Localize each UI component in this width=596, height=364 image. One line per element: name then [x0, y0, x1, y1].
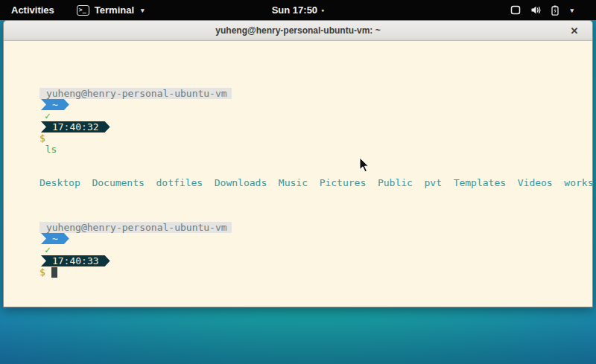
prompt-path-segment: ~	[41, 99, 69, 110]
gnome-top-bar: Activities >_ Terminal ▾ Sun 17:50 ●	[0, 0, 596, 20]
app-menu-label: Terminal	[95, 4, 134, 16]
chevron-down-icon: ▾	[141, 7, 145, 14]
directory-name: pvt	[425, 177, 442, 188]
prompt-user-segment: yuheng@henry-personal-ubuntu-vm	[39, 222, 232, 233]
battery-charging-icon[interactable]	[551, 5, 559, 16]
window-titlebar[interactable]: yuheng@henry-personal-ubuntu-vm: ~ ✕	[4, 21, 592, 41]
directory-name: Music	[279, 177, 308, 188]
directory-name: Downloads	[215, 177, 267, 188]
typed-command: ls	[45, 144, 57, 155]
clock-label: Sun 17:50	[272, 4, 317, 16]
directory-name: Videos	[518, 177, 553, 188]
prompt-user-segment: yuheng@henry-personal-ubuntu-vm	[39, 88, 232, 99]
ls-output-line: DesktopDocumentsdotfilesDownloadsMusicPi…	[4, 166, 592, 177]
screen-icon[interactable]	[510, 5, 521, 15]
directory-name: Documents	[92, 177, 144, 188]
terminal-icon: >_	[77, 5, 89, 16]
app-menu-terminal[interactable]: >_ Terminal ▾	[77, 4, 145, 16]
prompt-line-2: yuheng@henry-personal-ubuntu-vm ~ ✓ 17:4…	[4, 211, 592, 222]
prompt-line-1: yuheng@henry-personal-ubuntu-vm ~ ✓ 17:4…	[4, 77, 592, 88]
notification-dot-icon: ●	[321, 7, 324, 13]
directory-name: dotfiles	[156, 177, 203, 188]
terminal-window: yuheng@henry-personal-ubuntu-vm: ~ ✕ yuh…	[3, 20, 593, 307]
directory-name: workspace	[564, 177, 593, 188]
prompt-time-segment: 17:40:32	[41, 121, 110, 132]
directory-name: Pictures	[320, 177, 367, 188]
prompt-path-segment: ~	[41, 233, 69, 244]
window-title: yuheng@henry-personal-ubuntu-vm: ~	[215, 25, 380, 36]
directory-name: Templates	[454, 177, 506, 188]
directory-name: Public	[378, 177, 413, 188]
status-check-icon: ✓	[45, 110, 51, 121]
terminal-content[interactable]: yuheng@henry-personal-ubuntu-vm ~ ✓ 17:4…	[4, 41, 592, 307]
status-check-icon: ✓	[45, 244, 51, 255]
prompt-symbol: $	[39, 132, 45, 144]
prompt-symbol: $	[39, 266, 45, 278]
chevron-down-icon[interactable]: ▾	[570, 7, 574, 14]
terminal-cursor	[51, 267, 57, 278]
clock-button[interactable]: Sun 17:50 ●	[272, 4, 325, 16]
prompt-time-segment: 17:40:33	[41, 255, 110, 266]
volume-icon[interactable]	[530, 5, 542, 15]
close-icon[interactable]: ✕	[566, 21, 583, 41]
system-status-area[interactable]: ▾	[510, 5, 574, 16]
directory-name: Desktop	[39, 177, 80, 188]
activities-button[interactable]: Activities	[8, 3, 57, 17]
